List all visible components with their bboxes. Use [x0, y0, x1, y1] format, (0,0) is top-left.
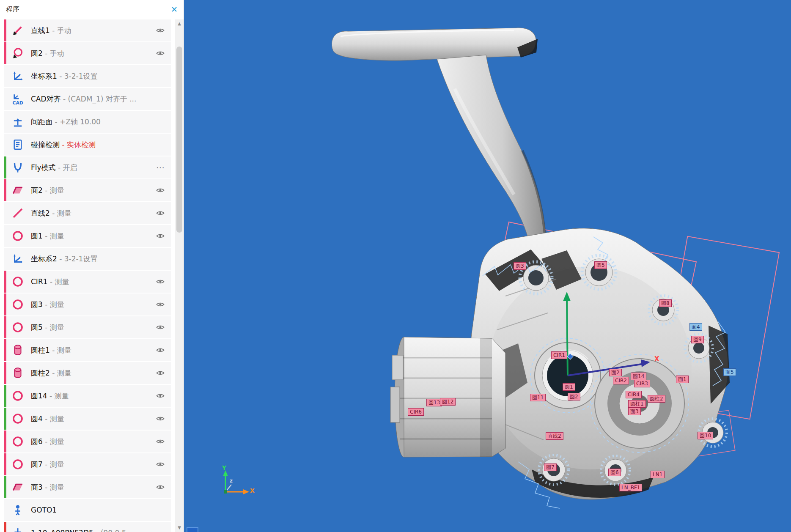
visibility-eye-icon[interactable] [150, 391, 171, 400]
program-step[interactable]: 1-10_A00PNF3D5 - (90.0 5… [4, 522, 171, 532]
close-icon[interactable]: ✕ [171, 5, 178, 14]
cylinder-icon [11, 367, 24, 379]
visibility-eye-icon[interactable] [150, 346, 171, 355]
feature-label[interactable]: 圆14 [631, 373, 646, 380]
status-stripe [4, 339, 6, 361]
feature-label[interactable]: LN1 [651, 471, 665, 478]
program-step[interactable]: 圆1 - 测量 [4, 225, 171, 247]
feature-label[interactable]: CIR2 [613, 377, 629, 384]
visibility-eye-icon[interactable] [150, 208, 171, 218]
more-options-icon[interactable]: ⋯ [150, 162, 171, 173]
circle-plain-icon [11, 275, 24, 288]
program-step[interactable]: 碰撞检测 - 实体检测 [4, 134, 171, 156]
feature-label[interactable]: 圆8 [659, 299, 672, 307]
axis-label: X [250, 487, 255, 494]
csys-icon [11, 70, 24, 82]
program-step[interactable]: 坐标系2 - 3-2-1设置 [4, 248, 171, 270]
line-plain-icon [11, 207, 24, 219]
step-detail: - 测量 [43, 460, 64, 469]
program-step[interactable]: 圆6 - 测量 [4, 431, 171, 452]
feature-label[interactable]: CIR3 [634, 380, 650, 387]
status-stripe [4, 179, 6, 201]
feature-label[interactable]: 圆10 [698, 432, 713, 439]
feature-label[interactable]: 圆12 [440, 398, 456, 406]
feature-label[interactable]: 圆2 [568, 393, 580, 400]
status-stripe [4, 111, 6, 133]
scrollbar-thumb[interactable] [176, 47, 182, 233]
axis-label: X [654, 355, 659, 363]
cylinder-icon [11, 344, 24, 356]
feature-label[interactable]: LN_BF1 [619, 484, 642, 491]
program-step[interactable]: 圆柱1 - 测量 [4, 339, 171, 361]
feature-label[interactable]: CIR6 [408, 408, 424, 416]
program-step[interactable]: 圆7 - 测量 [4, 453, 171, 475]
program-step[interactable]: CIR1 - 测量 [4, 271, 171, 293]
feature-label[interactable]: 面5 [723, 368, 736, 376]
step-detail: - 测量 [43, 437, 64, 446]
circle-arrow-icon [11, 47, 24, 60]
viewport-3d[interactable]: 圆3圆5圆8面4圆9面5CIR1面2CIR2圆14CIR3面1圆1圆2圆11圆1… [184, 0, 791, 532]
program-step[interactable]: 间距面 - +Z轴 10.00 [4, 111, 171, 133]
line-icon [11, 24, 24, 37]
visibility-eye-icon[interactable] [150, 368, 171, 378]
program-step[interactable]: 坐标系1 - 3-2-1设置 [4, 65, 171, 87]
visibility-eye-icon[interactable] [150, 231, 171, 241]
visibility-eye-icon[interactable] [150, 483, 171, 492]
feature-label[interactable]: 面2 [609, 369, 622, 376]
visibility-eye-icon[interactable] [150, 437, 171, 446]
feature-label[interactable]: 圆11 [530, 394, 546, 401]
viewport-corner-widget[interactable] [187, 527, 198, 532]
program-panel-header: 程序 ✕ [0, 0, 184, 19]
program-step[interactable]: CAD CAD对齐 - (CADM_1) 对齐于 ... [4, 88, 171, 110]
axis-label: z [230, 478, 233, 484]
scroll-down-icon[interactable]: ▼ [175, 524, 184, 532]
document-icon [11, 138, 24, 151]
feature-label[interactable]: 圆5 [594, 261, 607, 269]
visibility-eye-icon[interactable] [150, 26, 171, 35]
feature-label[interactable]: 面4 [689, 323, 702, 331]
scroll-up-icon[interactable]: ▲ [175, 19, 184, 28]
program-step[interactable]: 直线1 - 手动 [4, 19, 171, 41]
status-stripe [4, 362, 6, 384]
feature-label[interactable]: 圆9 [691, 336, 704, 343]
feature-label[interactable]: 圆7 [544, 463, 557, 471]
program-step[interactable]: 直线2 - 测量 [4, 202, 171, 224]
program-step[interactable]: 圆3 - 测量 [4, 293, 171, 315]
panel-scrollbar[interactable]: ▲ ▼ [175, 19, 184, 532]
circle-plain-icon [11, 435, 24, 448]
program-step[interactable]: 面2 - 测量 [4, 179, 171, 201]
step-detail: - 测量 [50, 346, 71, 354]
feature-label[interactable]: 面3 [628, 408, 641, 415]
step-label: 直线2 [31, 209, 50, 217]
feature-label[interactable]: 圆6 [608, 469, 621, 476]
program-panel: 程序 ✕ 直线1 - 手动 圆2 - 手动 坐标系1 - 3-2-1设置 CAD… [0, 0, 184, 532]
panel-title: 程序 [6, 5, 19, 14]
program-step[interactable]: 圆5 - 测量 [4, 316, 171, 338]
program-step[interactable]: GOTO1 [4, 499, 171, 521]
program-step[interactable]: 圆14 - 测量 [4, 385, 171, 407]
program-step[interactable]: 圆柱2 - 测量 [4, 362, 171, 384]
step-label: 圆1 [31, 232, 43, 240]
visibility-eye-icon[interactable] [150, 186, 171, 195]
visibility-eye-icon[interactable] [150, 460, 171, 469]
program-step[interactable]: 圆2 - 手动 [4, 42, 171, 64]
program-step[interactable]: 面3 - 测量 [4, 476, 171, 498]
program-step[interactable]: 圆4 - 测量 [4, 408, 171, 430]
visibility-eye-icon[interactable] [150, 49, 171, 58]
visibility-eye-icon[interactable] [150, 300, 171, 309]
feature-label[interactable]: CIR1 [551, 351, 567, 359]
visibility-eye-icon[interactable] [150, 414, 171, 423]
feature-label[interactable]: 直线2 [546, 432, 563, 440]
visibility-eye-icon[interactable] [150, 277, 171, 286]
step-label: 圆柱2 [31, 369, 50, 377]
feature-label[interactable]: CIR4 [626, 391, 642, 398]
feature-label[interactable]: 圆柱2 [648, 395, 665, 403]
step-detail: - 3-2-1设置 [57, 255, 98, 263]
feature-label[interactable]: 圆3 [514, 262, 526, 270]
visibility-eye-icon[interactable] [150, 323, 171, 332]
feature-label[interactable]: 圆1 [563, 383, 575, 391]
feature-label[interactable]: 面1 [676, 376, 689, 383]
program-step[interactable]: Fly模式 - 开启 ⋯ [4, 156, 171, 178]
feature-label[interactable]: 圆柱1 [628, 400, 646, 408]
status-stripe [4, 156, 6, 178]
